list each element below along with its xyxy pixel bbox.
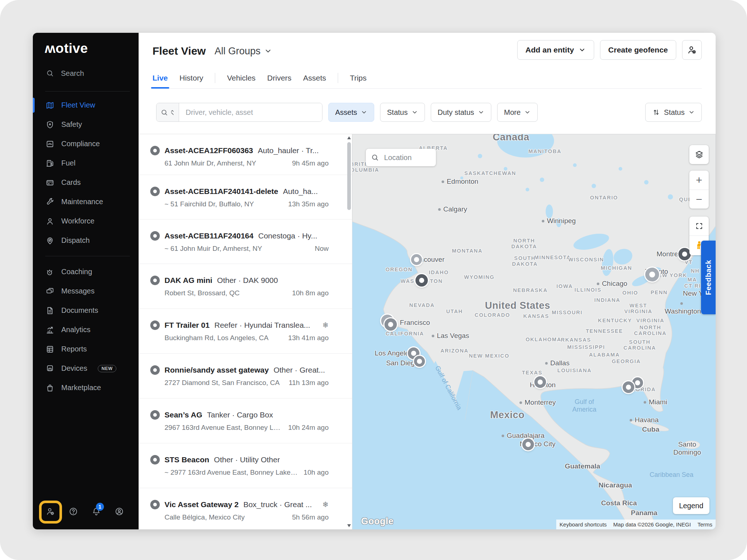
- filter-chip-assets[interactable]: Assets: [328, 103, 374, 122]
- scrollbar-thumb[interactable]: [347, 142, 351, 210]
- map-icon: [46, 101, 54, 110]
- sidebar-item-reports[interactable]: Reports: [33, 339, 139, 359]
- sidebar-item-workforce[interactable]: Workforce: [33, 211, 139, 231]
- asset-row[interactable]: DAK AG miniOther · DAK 9000Robert St, Br…: [139, 264, 352, 308]
- sidebar-item-coaching[interactable]: Coaching: [33, 262, 139, 281]
- add-entity-label: Add an entity: [526, 46, 574, 54]
- admin-settings-button[interactable]: [46, 507, 55, 516]
- sort-label: Status: [664, 108, 685, 117]
- asset-row[interactable]: Asset-ACEB11AF240141-deleteAuto_ha...~ 5…: [139, 175, 352, 219]
- sidebar-divider: [45, 91, 130, 92]
- asset-type: Other · Great...: [274, 366, 325, 374]
- fuel-icon: [46, 159, 54, 168]
- chat-icon: [46, 287, 54, 296]
- sort-button[interactable]: Status: [645, 103, 702, 122]
- filter-row: AssetsStatusDuty statusMore Status: [156, 103, 702, 122]
- profile-icon: [115, 507, 124, 516]
- fullscreen-button[interactable]: [689, 217, 709, 236]
- help-button[interactable]: [69, 507, 78, 516]
- asset-row[interactable]: Ronnie/sandy asset gatewayOther · Great.…: [139, 353, 352, 398]
- asset-map-marker[interactable]: [414, 356, 425, 367]
- filter-chip-label: Duty status: [438, 108, 474, 117]
- asset-map-marker[interactable]: [534, 376, 546, 388]
- asset-row[interactable]: Asset-ACEA12FF060363Auto_hauler · Tr...6…: [139, 134, 352, 175]
- asset-map-marker[interactable]: [678, 248, 691, 260]
- asset-map-marker[interactable]: [623, 381, 634, 393]
- scroll-down-arrow[interactable]: [347, 524, 351, 527]
- asset-last-update: 9h 45m ago: [287, 159, 329, 167]
- attribution-map[interactable]: Map data ©2026 Google, INEGI: [610, 520, 694, 529]
- admin-settings-button[interactable]: [682, 40, 702, 60]
- asset-row[interactable]: Sean’s AGTanker · Cargo Box2967 163rd Av…: [139, 398, 352, 443]
- asset-row[interactable]: STS BeaconOther · Utility Other~ 2977 16…: [139, 443, 352, 488]
- sidebar-item-analytics[interactable]: Analytics: [33, 320, 139, 339]
- tab-history[interactable]: History: [179, 68, 203, 88]
- asset-map-marker[interactable]: [415, 274, 428, 287]
- tab-live[interactable]: Live: [152, 68, 168, 88]
- sidebar-nav: Fleet ViewSafetyComplianceFuelCardsMaint…: [33, 96, 139, 397]
- sidebar-item-marketplace[interactable]: Marketplace: [33, 378, 139, 397]
- zoom-in-button[interactable]: +: [689, 171, 709, 190]
- sidebar-item-messages[interactable]: Messages: [33, 281, 139, 301]
- sidebar-search[interactable]: Search: [33, 65, 139, 82]
- sidebar-item-cards[interactable]: Cards: [33, 173, 139, 192]
- sidebar-item-maintenance[interactable]: Maintenance: [33, 192, 139, 211]
- sidebar-item-fuel[interactable]: Fuel: [33, 153, 139, 173]
- account-button[interactable]: [115, 507, 124, 516]
- attribution-terms[interactable]: Terms: [694, 520, 716, 529]
- sidebar-item-label: Devices: [61, 364, 87, 373]
- add-entity-button[interactable]: Add an entity: [517, 40, 594, 60]
- attribution-keyboard[interactable]: Keyboard shortcuts: [556, 520, 610, 529]
- sidebar-item-compliance[interactable]: Compliance: [33, 134, 139, 153]
- sidebar-item-fleet-view[interactable]: Fleet View: [33, 96, 139, 115]
- asset-type: Tanker · Cargo Box: [207, 411, 273, 419]
- asset-row[interactable]: FT Trailer 01Reefer · Hyundai Translea..…: [139, 308, 352, 353]
- filter-chip-status[interactable]: Status: [380, 103, 425, 122]
- tab-vehicles[interactable]: Vehicles: [227, 68, 255, 88]
- asset-name: Vic Asset Gateway 2: [165, 500, 239, 509]
- map-attribution: Keyboard shortcutsMap data ©2026 Google,…: [556, 520, 716, 529]
- tab-divider: [338, 73, 338, 83]
- tab-assets[interactable]: Assets: [303, 68, 326, 88]
- create-geofence-label: Create geofence: [608, 46, 668, 54]
- search-category-toggle[interactable]: [156, 103, 179, 121]
- layers-icon: [694, 150, 704, 159]
- location-input[interactable]: [383, 153, 427, 162]
- sidebar-item-devices[interactable]: DevicesNEW: [33, 359, 139, 378]
- filter-chip-more[interactable]: More: [497, 103, 538, 122]
- device-icon: [46, 364, 54, 373]
- map-base-layer: [352, 134, 716, 529]
- asset-address: 61 John Muir Dr, Amherst, NY: [165, 159, 256, 167]
- search-icon: [160, 109, 168, 116]
- tab-trips[interactable]: Trips: [350, 68, 367, 88]
- asset-map-marker[interactable]: [645, 268, 659, 281]
- view-tabs: LiveHistoryVehiclesDriversAssetsTrips: [152, 68, 702, 89]
- list-scrollbar[interactable]: [347, 135, 352, 529]
- legend-button[interactable]: Legend: [673, 497, 709, 514]
- search-input[interactable]: [179, 103, 322, 121]
- chevron-down-icon: [264, 47, 272, 55]
- sidebar-item-safety[interactable]: Safety: [33, 115, 139, 134]
- asset-last-update: 10h 24m ago: [283, 424, 329, 432]
- asset-row[interactable]: Asset-ACEB11AF240164Conestoga · Hy...~ 6…: [139, 219, 352, 264]
- asset-address: ~ 61 John Muir Dr, Amherst, NY: [165, 245, 262, 253]
- zoom-out-button[interactable]: −: [689, 190, 709, 209]
- tab-drivers[interactable]: Drivers: [267, 68, 292, 88]
- asset-map-marker[interactable]: [384, 318, 397, 331]
- layers-button[interactable]: [689, 145, 709, 164]
- map[interactable]: CanadaALBERTAMANITOBABRITISH COLUMBIASAS…: [352, 134, 716, 529]
- notifications-button[interactable]: 1: [92, 507, 101, 516]
- asset-row[interactable]: Vic Asset Gateway 2Box_truck · Great ...…: [139, 488, 352, 529]
- create-geofence-button[interactable]: Create geofence: [600, 40, 676, 60]
- asset-type: Box_truck · Great ...: [243, 500, 312, 509]
- feedback-tab[interactable]: Feedback: [701, 241, 716, 314]
- group-selector[interactable]: All Groups: [214, 46, 272, 57]
- filter-chip-duty-status[interactable]: Duty status: [431, 103, 491, 122]
- asset-status-icon: [150, 455, 160, 464]
- asset-map-marker[interactable]: [522, 439, 534, 450]
- sidebar-item-documents[interactable]: Documents: [33, 301, 139, 320]
- asset-last-update: Now: [310, 245, 329, 253]
- asset-map-marker[interactable]: [411, 254, 422, 265]
- scroll-up-arrow[interactable]: [347, 136, 351, 139]
- sidebar-item-dispatch[interactable]: Dispatch: [33, 231, 139, 250]
